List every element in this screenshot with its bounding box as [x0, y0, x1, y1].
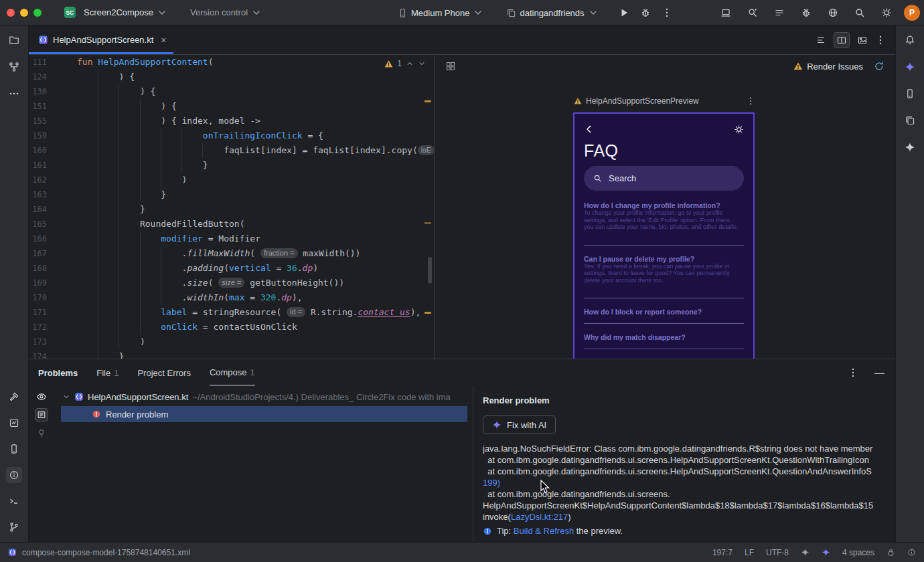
error-stripe-mark[interactable]: [425, 312, 431, 314]
profile-avatar[interactable]: P: [904, 5, 920, 21]
stack-frame-link[interactable]: 199): [483, 478, 500, 488]
lock-icon[interactable]: [887, 548, 895, 557]
more-tool-windows-button[interactable]: [6, 86, 22, 102]
tab-project-errors[interactable]: Project Errors: [137, 359, 190, 386]
minimize-window-button[interactable]: [20, 9, 28, 17]
line-ending-widget[interactable]: LF: [745, 548, 754, 557]
resource-manager-button[interactable]: [902, 112, 918, 128]
back-chevron-icon[interactable]: [584, 124, 595, 134]
chevron-down-icon[interactable]: [62, 393, 70, 401]
preview-details-toggle[interactable]: [35, 408, 48, 421]
code-line[interactable]: 162 ): [29, 173, 434, 187]
assist-gradient-icon[interactable]: [822, 548, 830, 557]
preview-name[interactable]: HelpAndSupportScreenPreview: [586, 96, 699, 106]
code-line[interactable]: 111fun HelpAndSupportContent(: [29, 55, 434, 70]
running-devices-button[interactable]: [716, 3, 735, 22]
preview-options-kebab-icon[interactable]: [746, 96, 755, 106]
app-inspection-button[interactable]: [797, 3, 816, 22]
code-line[interactable]: 171 label = stringResource( id = R.strin…: [29, 305, 434, 320]
structure-tool-button[interactable]: [6, 59, 22, 75]
code-line[interactable]: 124 ) {: [29, 70, 434, 84]
code-line[interactable]: 130 ) {: [29, 84, 434, 99]
split-view-toggle[interactable]: [834, 32, 850, 48]
version-control-tool-button[interactable]: [6, 519, 22, 535]
code-line[interactable]: 174 }: [29, 349, 434, 359]
hide-panel-button[interactable]: —: [874, 369, 884, 376]
app-quality-insights-button[interactable]: [6, 415, 22, 431]
editor-options-kebab-icon[interactable]: [875, 35, 886, 45]
view-options-eye-icon[interactable]: [36, 391, 47, 402]
close-tab-icon[interactable]: ×: [161, 35, 166, 45]
status-file[interactable]: compose-compose-model-1758748140651.xml: [8, 548, 190, 557]
scrollbar-thumb[interactable]: [428, 257, 432, 284]
inspections-indicator-icon[interactable]: [907, 548, 916, 557]
tree-problem-row-selected[interactable]: Render problem: [61, 406, 467, 422]
code-line[interactable]: 151 ) {: [29, 99, 434, 114]
code-line[interactable]: 159 onTrailingIconClick = {: [29, 128, 434, 143]
problems-tool-button[interactable]: [6, 467, 22, 483]
code-line[interactable]: 155 ) { index, model ->: [29, 114, 434, 128]
build-refresh-link[interactable]: Build & Refresh: [514, 526, 574, 536]
code-view-icon[interactable]: [816, 35, 826, 45]
inspection-widget[interactable]: 1: [384, 59, 426, 68]
error-stripe-mark[interactable]: [425, 222, 431, 224]
gemini-button[interactable]: [902, 139, 918, 155]
code-line[interactable]: 172 onClick = contactUsOnClick: [29, 320, 434, 335]
error-stripe-mark[interactable]: [425, 100, 431, 102]
task-list-button[interactable]: [770, 3, 789, 22]
device-selector[interactable]: Medium Phone: [394, 5, 487, 21]
settings-button[interactable]: [877, 3, 896, 22]
code-line[interactable]: 169 .size( size = getButtonHeight()): [29, 276, 434, 290]
faq-item[interactable]: How do I change my profile information?T…: [584, 201, 744, 246]
vcs-widget[interactable]: Version control: [186, 5, 266, 21]
tree-file-row[interactable]: HelpAndSupportScreen.kt ~/AndroidStudioP…: [54, 389, 473, 405]
logcat-tool-button[interactable]: [6, 441, 22, 457]
faq-item[interactable]: Why did my match disappear?: [584, 324, 744, 349]
debug-button[interactable]: [636, 3, 655, 22]
editor-tab[interactable]: HelpAndSupportScreen.kt ×: [29, 25, 173, 54]
settings-gear-icon[interactable]: [734, 124, 744, 134]
build-tool-button[interactable]: [6, 389, 22, 405]
tab-compose[interactable]: Compose 1: [210, 359, 255, 386]
faq-item[interactable]: Can I pause or delete my profile?Yes. If…: [584, 246, 744, 299]
indent-widget[interactable]: 4 spaces: [842, 548, 874, 557]
code-line[interactable]: 173 ): [29, 335, 434, 349]
code-line[interactable]: 165 RoundedFilledButton(: [29, 217, 434, 231]
tab-file[interactable]: File 1: [96, 359, 119, 386]
notifications-button[interactable]: [902, 32, 918, 48]
device-explorer-button[interactable]: [824, 3, 842, 22]
zoom-window-button[interactable]: [33, 9, 42, 17]
design-view-icon[interactable]: [857, 35, 868, 45]
ai-actions-button[interactable]: [743, 3, 762, 22]
code-line[interactable]: 160 faqList[index] = faqList[index].copy…: [29, 143, 434, 158]
stack-frame-link[interactable]: LazyDsl.kt:217: [511, 512, 568, 522]
project-selector[interactable]: Screen2Compose: [80, 5, 171, 21]
code-line[interactable]: 170 .widthIn(max = 320.dp),: [29, 290, 434, 305]
ai-status-star-icon[interactable]: [801, 548, 810, 557]
preview-layout-icon[interactable]: [445, 61, 456, 72]
code-line[interactable]: 164 }: [29, 202, 434, 217]
render-issues-button[interactable]: Render Issues: [793, 62, 863, 72]
previous-warning-icon[interactable]: [406, 60, 414, 68]
code-line[interactable]: 166 modifier = Modifier: [29, 231, 434, 246]
code-line[interactable]: 168 .padding(vertical = 36.dp): [29, 261, 434, 276]
caret-position-widget[interactable]: 197:7: [712, 548, 733, 557]
run-button[interactable]: [615, 3, 633, 22]
quick-fix-bulb-icon[interactable]: [36, 428, 47, 438]
run-configuration-selector[interactable]: datingandfriends: [502, 5, 602, 21]
search-everywhere-button[interactable]: [850, 3, 869, 22]
panel-options-kebab-icon[interactable]: [848, 367, 858, 378]
device-manager-button[interactable]: [902, 86, 918, 102]
preview-phone-frame[interactable]: FAQ Search How do I change my profile in…: [573, 112, 755, 359]
more-run-actions-button[interactable]: [658, 3, 676, 22]
faq-item[interactable]: How do I block or report someone?: [584, 298, 744, 324]
close-window-button[interactable]: [7, 9, 15, 17]
encoding-widget[interactable]: UTF-8: [766, 548, 789, 557]
refresh-preview-icon[interactable]: [874, 61, 884, 72]
code-line[interactable]: 167 .fillMaxWidth( fraction = maxWidth()…: [29, 246, 434, 261]
ai-assistant-button[interactable]: [902, 59, 918, 75]
code-editor[interactable]: 111fun HelpAndSupportContent(124 ) {130 …: [29, 55, 434, 359]
preview-canvas[interactable]: HelpAndSupportScreenPreview FAQ: [435, 78, 895, 359]
stack-trace[interactable]: java.lang.NoSuchFieldError: Class com.ib…: [483, 443, 895, 523]
code-line[interactable]: 163 }: [29, 187, 434, 202]
